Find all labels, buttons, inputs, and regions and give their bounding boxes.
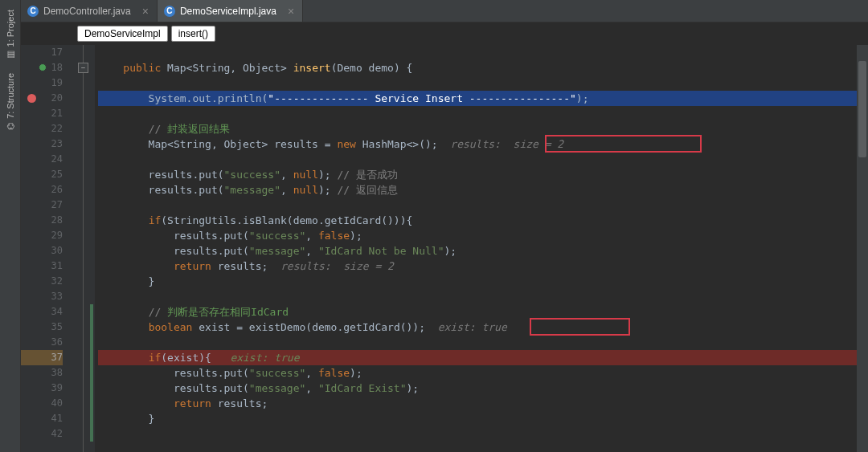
line-number[interactable]: 21	[21, 106, 63, 121]
tool-structure[interactable]: ⌬ 7: Structure	[5, 67, 15, 136]
code-line[interactable]: }	[98, 411, 857, 426]
close-icon[interactable]: ×	[142, 5, 149, 18]
line-number[interactable]: 33	[21, 289, 63, 304]
line-number[interactable]: 36	[21, 335, 63, 350]
vcs-change-marker	[90, 320, 93, 335]
override-marker-icon[interactable]	[39, 63, 47, 71]
fold-toggle[interactable]: −	[78, 63, 88, 73]
java-class-icon: C	[164, 6, 175, 17]
line-number[interactable]: 18	[21, 60, 63, 75]
token: "message"	[249, 245, 305, 257]
line-number[interactable]: 27	[21, 197, 63, 213]
breadcrumb-class[interactable]: DemoServiceImpl	[77, 26, 168, 42]
code-line[interactable]	[98, 45, 857, 60]
editor[interactable]: 1718192021222324252627282930313233343536…	[21, 45, 868, 452]
line-number[interactable]: 41	[21, 411, 63, 426]
close-icon[interactable]: ×	[288, 5, 294, 18]
line-number[interactable]: 31	[21, 259, 63, 274]
code-line[interactable]	[98, 75, 857, 91]
token: 封装返回结果	[167, 123, 230, 135]
code-line[interactable]: Map<String, Object> results = new HashMa…	[98, 136, 857, 152]
line-number[interactable]: 17	[21, 45, 63, 60]
code-line[interactable]: results.put("success", false);	[98, 228, 857, 243]
line-number[interactable]: 42	[21, 426, 63, 442]
token: // 是否成功	[337, 169, 397, 181]
token: (Demo	[331, 62, 369, 74]
line-number[interactable]: 23	[21, 136, 63, 152]
code-area[interactable]: public Map<String, Object> insert(Demo d…	[95, 45, 857, 452]
code-line[interactable]	[98, 426, 857, 442]
line-number[interactable]: 37	[21, 350, 63, 365]
line-number[interactable]: 19	[21, 75, 63, 91]
token: false	[318, 367, 350, 379]
scroll-thumb[interactable]	[858, 61, 866, 157]
token: );	[407, 382, 420, 394]
code-line[interactable]: return results; results: size = 2	[98, 259, 857, 274]
tool-window-bar: ▤ 1: Project ⌬ 7: Structure	[0, 0, 21, 452]
code-line[interactable]: if(exist){ exist: true	[98, 350, 857, 365]
code-line[interactable]	[98, 289, 857, 304]
fold-column[interactable]: −	[77, 45, 90, 452]
scrollbar[interactable]	[857, 45, 868, 452]
line-number[interactable]: 28	[21, 213, 63, 228]
code-line[interactable]: // 判断是否存在相同IdCard	[98, 304, 857, 320]
token: results.put(	[98, 169, 224, 181]
code-line[interactable]: results.put("success", false);	[98, 365, 857, 381]
code-line[interactable]: results.put("message", "IdCard Not be Nu…	[98, 243, 857, 259]
token: "success"	[224, 169, 280, 181]
token: results;	[211, 397, 268, 409]
token: return	[174, 260, 211, 272]
line-number[interactable]: 35	[21, 320, 63, 335]
line-number[interactable]: 29	[21, 228, 63, 243]
line-number[interactable]: 24	[21, 152, 63, 167]
token	[98, 123, 149, 135]
code-line[interactable]: System.out.println("--------------- Serv…	[98, 91, 857, 106]
line-number[interactable]: 25	[21, 167, 63, 182]
token: results;	[211, 260, 280, 272]
line-number[interactable]: 30	[21, 243, 63, 259]
code-line[interactable]: public Map<String, Object> insert(Demo d…	[98, 60, 857, 75]
code-line[interactable]: results.put("message", null); // 返回信息	[98, 182, 857, 197]
line-number[interactable]: 34	[21, 304, 63, 320]
token: null	[293, 184, 318, 196]
vcs-change-marker	[90, 335, 93, 350]
line-number[interactable]: 32	[21, 274, 63, 289]
line-number[interactable]: 40	[21, 396, 63, 411]
code-line[interactable]	[98, 335, 857, 350]
code-line[interactable]	[98, 152, 857, 167]
tab-demo-service-impl[interactable]: C DemoServiceImpl.java ×	[158, 0, 303, 22]
token: "message"	[224, 184, 280, 196]
line-number[interactable]: 26	[21, 182, 63, 197]
code-line[interactable]	[98, 197, 857, 213]
line-number[interactable]: 22	[21, 121, 63, 136]
token: exist: true	[230, 352, 299, 364]
breakpoint-icon[interactable]	[27, 94, 36, 103]
tool-project[interactable]: ▤ 1: Project	[5, 3, 15, 67]
line-number[interactable]: 20	[21, 91, 63, 106]
token: Map<String, Object>	[161, 62, 293, 74]
code-line[interactable]: results.put("message", "IdCard Exist");	[98, 381, 857, 396]
token	[98, 352, 149, 364]
token	[98, 306, 149, 318]
line-number[interactable]: 39	[21, 381, 63, 396]
line-number[interactable]: 38	[21, 365, 63, 381]
gutter[interactable]: 1718192021222324252627282930313233343536…	[21, 45, 77, 452]
code-line[interactable]: }	[98, 274, 857, 289]
structure-icon: ⌬	[5, 122, 15, 130]
token: );	[318, 169, 337, 181]
code-line[interactable]: // 封装返回结果	[98, 121, 857, 136]
token: insert	[293, 62, 331, 74]
code-line[interactable]: results.put("success", null); // 是否成功	[98, 167, 857, 182]
code-line[interactable]	[98, 106, 857, 121]
breadcrumb-method[interactable]: insert()	[171, 26, 215, 42]
tab-demo-controller[interactable]: C DemoController.java ×	[21, 0, 158, 22]
vcs-change-marker	[90, 411, 93, 426]
token: }	[98, 413, 154, 425]
vcs-change-marker	[90, 350, 93, 365]
code-line[interactable]: boolean exist = existDemo(demo.getIdCard…	[98, 320, 857, 335]
token	[98, 397, 174, 409]
code-line[interactable]: return results;	[98, 396, 857, 411]
code-line[interactable]: if(StringUtils.isBlank(demo.getIdCard())…	[98, 213, 857, 228]
token: "IdCard Exist"	[318, 382, 407, 394]
token: System.out.println(	[98, 92, 268, 104]
